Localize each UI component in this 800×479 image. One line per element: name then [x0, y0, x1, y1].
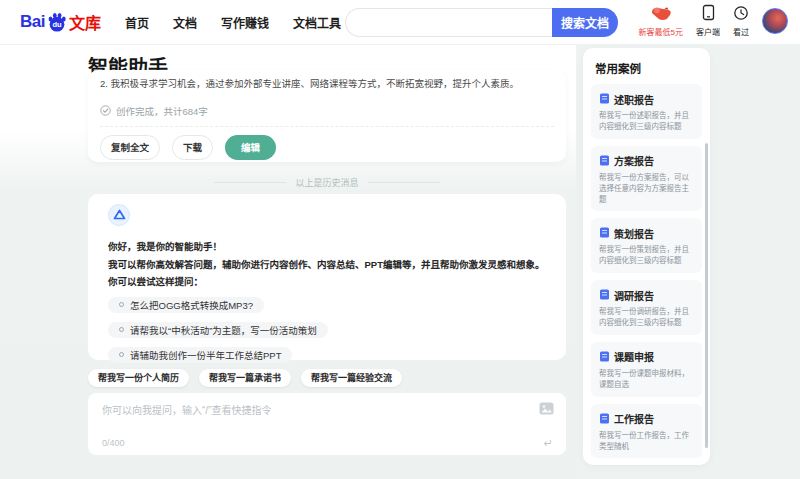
case-title: 策划报告: [614, 226, 654, 241]
case-title: 述职报告: [614, 92, 654, 107]
suggestion-bullet-icon: [119, 327, 124, 332]
navbar-right-group: 新客最低5元 客户端 看过: [639, 4, 788, 37]
case-item-fangan-report[interactable]: 方案报告 帮我写一份方案报告，可以选择任意内容为方案报告主题: [591, 146, 702, 212]
assistant-logo-icon: [113, 206, 126, 224]
creation-status-row: 创作完成，共计684字: [100, 102, 554, 120]
seen-label: 看过: [733, 26, 749, 37]
welcome-try-label: 你可以尝试这样提问：: [108, 276, 546, 289]
divider-label: 以上是历史消息: [295, 176, 358, 189]
edit-button[interactable]: 编辑: [225, 135, 276, 160]
paw-icon: du: [46, 11, 68, 33]
search-docs-button[interactable]: 搜索文档: [552, 8, 618, 37]
case-title: 工作报告: [614, 411, 654, 426]
suggestion-chip-midautumn-plan[interactable]: 请帮我以“中秋活动”为主题，写一份活动策划: [108, 322, 328, 338]
case-list: 述职报告 帮我写一份述职报告，并且内容细化到三级内容标题 方案报告 帮我写一份方…: [583, 84, 710, 465]
suggestion-bullet-icon: [119, 352, 124, 357]
assistant-avatar: [108, 204, 130, 226]
case-item-keti-shenbao[interactable]: 课题申报 帮我写一份课题申报材料，课题自选: [591, 342, 702, 397]
chat-input[interactable]: [102, 402, 522, 432]
case-desc: 帮我写一份课题申报材料，课题自选: [599, 369, 694, 391]
nav-item-home[interactable]: 首页: [125, 14, 149, 31]
promo-icon: [649, 4, 673, 25]
quick-prompt-commitment[interactable]: 帮我写一篇承诺书: [199, 369, 291, 387]
case-doc-icon: [599, 286, 610, 304]
logo-text-wenku: 文库: [69, 10, 101, 34]
case-desc: 帮我写一份调研报告，并且内容细化到三级内容标题: [599, 307, 694, 329]
baidu-wenku-logo[interactable]: Bai du 文库: [20, 10, 101, 34]
case-desc: 帮我写一份述职报告，并且内容细化到三级内容标题: [599, 111, 694, 133]
case-item-diaoyan-report[interactable]: 调研报告 帮我写一份调研报告，并且内容细化到三级内容标题: [591, 280, 702, 335]
case-desc: 帮我写一份工作报告，工作类型随机: [599, 431, 694, 453]
sidebar-scrollbar[interactable]: [705, 143, 708, 448]
case-title: 调研报告: [614, 288, 654, 303]
image-upload-icon[interactable]: [539, 401, 554, 419]
dashed-divider: [100, 126, 554, 127]
divider-line-left: [214, 182, 286, 183]
suggestion-text: 请辅助我创作一份半年工作总结PPT: [130, 348, 281, 362]
sidebar-title: 常用案例: [595, 60, 698, 76]
suggestion-text: 请帮我以“中秋活动”为主题，写一份活动策划: [130, 323, 317, 337]
seen-icon: [733, 5, 749, 25]
logo-text-bai: Bai: [20, 12, 45, 32]
message-composer: 0/400 ↵: [88, 393, 566, 455]
recently-viewed[interactable]: 看过: [733, 5, 749, 37]
quick-prompt-row: 帮我写一份个人简历 帮我写一篇承诺书 帮我写一篇经验交流: [88, 369, 402, 387]
enter-icon: ↵: [544, 437, 553, 450]
client-download[interactable]: 客户端: [696, 4, 720, 37]
search-input[interactable]: [345, 8, 552, 37]
suggestion-chip-ogg-mp3[interactable]: 怎么把OGG格式转换成MP3?: [108, 297, 264, 313]
assistant-welcome-card: 你好，我是你的智能助手！ 我可以帮你高效解答问题，辅助你进行内容创作、内容总结、…: [88, 194, 566, 360]
user-avatar[interactable]: [762, 8, 788, 34]
creation-status-text: 创作完成，共计684字: [116, 104, 208, 118]
suggestion-text: 怎么把OGG格式转换成MP3?: [130, 298, 253, 312]
case-doc-icon: [599, 224, 610, 242]
copy-fulltext-button[interactable]: 复制全文: [100, 135, 160, 160]
char-counter: 0/400: [102, 438, 125, 448]
client-label: 客户端: [696, 26, 720, 37]
case-item-cehua-report[interactable]: 策划报告 帮我写一份策划报告，并且内容细化到三级内容标题: [591, 218, 702, 273]
welcome-intro: 我可以帮你高效解答问题，辅助你进行内容创作、内容总结、PPT编辑等，并且帮助你激…: [108, 259, 546, 272]
suggestion-bullet-icon: [119, 302, 124, 307]
suggestion-chip-halfyear-ppt[interactable]: 请辅助我创作一份半年工作总结PPT: [108, 347, 292, 363]
document-snippet: 2. 我积极寻求学习机会，通过参加外部专业讲座、网络课程等方式，不断拓宽视野，提…: [100, 76, 554, 90]
quick-prompt-resume[interactable]: 帮我写一份个人简历: [88, 369, 189, 387]
case-doc-icon: [599, 152, 610, 170]
quick-prompt-experience[interactable]: 帮我写一篇经验交流: [301, 369, 402, 387]
case-title: 方案报告: [614, 153, 654, 168]
divider-line-right: [368, 182, 440, 183]
case-doc-icon: [599, 410, 610, 428]
common-cases-sidebar: 常用案例 述职报告 帮我写一份述职报告，并且内容细化到三级内容标题 方案报告 帮…: [583, 48, 710, 465]
case-desc: 帮我写一份方案报告，可以选择任意内容为方案报告主题: [599, 173, 694, 206]
history-messages-divider: 以上是历史消息: [88, 176, 566, 188]
case-doc-icon: [599, 348, 610, 366]
nav-item-tools[interactable]: 文档工具: [293, 14, 341, 31]
nav-item-docs[interactable]: 文档: [173, 14, 197, 31]
history-document-card: 2. 我积极寻求学习机会，通过参加外部专业讲座、网络课程等方式，不断拓宽视野，提…: [88, 70, 566, 162]
download-button[interactable]: 下载: [172, 135, 213, 160]
client-icon: [702, 4, 715, 25]
case-doc-icon: [599, 90, 610, 108]
document-actions: 复制全文 下载 编辑: [100, 135, 554, 160]
suggestion-list: 怎么把OGG格式转换成MP3? 请帮我以“中秋活动”为主题，写一份活动策划 请辅…: [108, 297, 546, 363]
case-desc: 帮我写一份策划报告，并且内容细化到三级内容标题: [599, 245, 694, 267]
status-check-icon: [100, 102, 111, 120]
case-title: 课题申报: [614, 349, 654, 364]
welcome-greeting: 你好，我是你的智能助手！: [108, 241, 546, 254]
svg-text:du: du: [52, 20, 62, 29]
case-item-shuzhi-report[interactable]: 述职报告 帮我写一份述职报告，并且内容细化到三级内容标题: [591, 84, 702, 139]
new-user-promo[interactable]: 新客最低5元: [639, 4, 683, 37]
case-item-gongzuo-report[interactable]: 工作报告 帮我写一份工作报告，工作类型随机: [591, 404, 702, 459]
top-navbar: Bai du 文库 首页 文档 写作赚钱 文档工具 更多 搜索文档: [0, 0, 800, 45]
nav-item-earn[interactable]: 写作赚钱: [221, 14, 269, 31]
search-bar: 搜索文档: [345, 8, 618, 37]
promo-label: 新客最低5元: [639, 26, 683, 37]
